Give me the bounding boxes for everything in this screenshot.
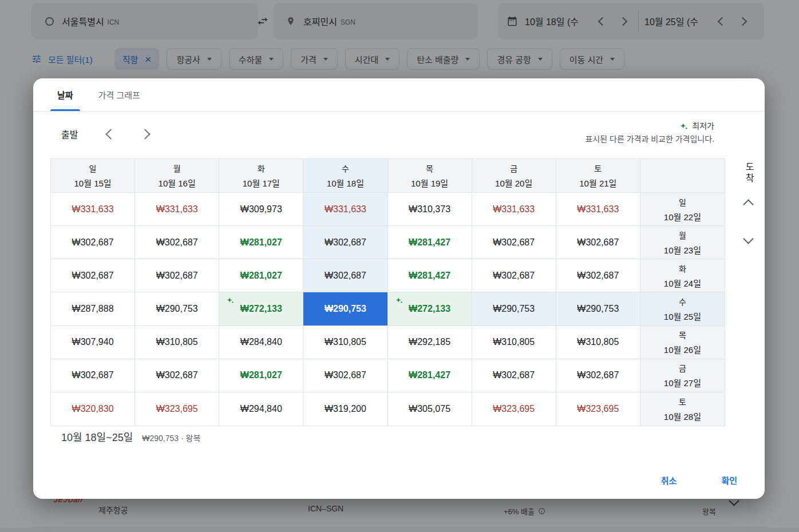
price-cell[interactable]: ₩331,633 (556, 193, 640, 226)
price-value: ₩323,695 (493, 404, 535, 414)
price-cell[interactable]: ₩307,940 (51, 326, 135, 359)
price-value: ₩290,753 (493, 304, 535, 314)
price-cell[interactable]: ₩331,633 (303, 193, 387, 226)
price-cell[interactable]: ₩294,840 (219, 392, 303, 426)
price-cell[interactable]: ₩281,027 (219, 359, 303, 392)
price-cell[interactable]: ₩290,753 (472, 292, 556, 325)
price-cell[interactable]: ₩287,888 (51, 292, 135, 325)
selected-price: ₩290,753 · 왕복 (142, 432, 200, 443)
row-header: 일10월 22일 (640, 193, 725, 226)
column-header: 월10월 16일 (135, 159, 219, 193)
price-cell[interactable]: ₩331,633 (135, 193, 219, 226)
confirm-button[interactable]: 확인 (706, 470, 752, 491)
price-value: ₩302,687 (493, 370, 535, 380)
column-header: 수10월 18일 (303, 159, 387, 193)
price-value: ₩331,633 (156, 204, 198, 215)
price-value: ₩302,687 (493, 237, 535, 248)
price-cell[interactable]: ₩302,687 (556, 259, 640, 292)
price-cell[interactable]: ₩302,687 (303, 359, 387, 392)
price-cell[interactable]: ₩323,695 (472, 392, 556, 426)
price-value: ₩302,687 (493, 271, 535, 281)
price-cell[interactable]: ₩331,633 (472, 193, 556, 226)
price-cell[interactable]: ₩310,805 (556, 326, 640, 359)
chevron-right-icon (140, 129, 150, 139)
price-value: ₩290,753 (156, 304, 198, 314)
price-cell[interactable]: ₩305,075 (388, 392, 472, 426)
price-value: ₩292,185 (409, 337, 450, 347)
column-header: 일10월 15일 (51, 159, 135, 193)
price-cell[interactable]: ₩281,427 (388, 259, 472, 292)
price-cell[interactable]: ₩302,687 (135, 359, 219, 392)
price-value: ₩281,027 (240, 370, 282, 380)
price-value: ₩302,687 (156, 271, 198, 281)
price-cell[interactable]: ₩331,633 (51, 193, 135, 226)
price-value: ₩302,687 (577, 237, 619, 248)
price-cell[interactable]: ₩302,687 (556, 359, 640, 392)
price-cell[interactable]: ₩302,687 (51, 226, 135, 259)
price-grid: 일10월 15일월10월 16일화10월 17일수10월 18일목10월 19일… (50, 158, 725, 426)
column-header: 화10월 17일 (219, 159, 303, 193)
price-value: ₩281,427 (409, 370, 450, 380)
next-week-button[interactable] (137, 126, 152, 141)
price-cell[interactable]: ₩272,133 (219, 292, 303, 325)
price-cell[interactable]: ₩302,687 (303, 259, 387, 292)
legend-title: 최저가 (692, 120, 714, 133)
scroll-up-button[interactable] (741, 197, 756, 212)
price-cell[interactable]: ₩319,200 (303, 392, 387, 426)
price-cell[interactable]: ₩292,185 (388, 326, 472, 359)
price-value: ₩331,633 (325, 204, 366, 215)
row-header: 목10월 26일 (640, 326, 725, 359)
price-cell[interactable]: ₩302,687 (303, 226, 387, 259)
price-value: ₩310,805 (156, 337, 198, 347)
price-value: ₩281,027 (240, 271, 282, 281)
price-value: ₩310,805 (493, 337, 535, 347)
lowest-price-legend: 최저가 표시된 다른 가격과 비교한 가격입니다. (585, 120, 714, 146)
price-value: ₩320,830 (72, 404, 114, 414)
price-value: ₩302,687 (325, 271, 366, 281)
cancel-button[interactable]: 취소 (646, 470, 692, 491)
price-cell[interactable]: ₩310,805 (472, 326, 556, 359)
price-cell[interactable]: ₩302,687 (556, 226, 640, 259)
price-cell[interactable]: ₩284,840 (219, 326, 303, 359)
price-cell[interactable]: ₩323,695 (556, 392, 640, 426)
price-cell[interactable]: ₩290,753 (135, 292, 219, 325)
prev-week-button[interactable] (103, 126, 118, 141)
price-value: ₩302,687 (325, 370, 366, 380)
price-cell[interactable]: ₩310,805 (303, 326, 387, 359)
column-header: 금10월 20일 (472, 159, 556, 193)
price-value: ₩281,427 (409, 271, 450, 281)
price-cell[interactable]: ₩302,687 (472, 359, 556, 392)
price-cell[interactable]: ₩290,753 (556, 292, 640, 325)
price-value: ₩309,973 (240, 204, 282, 215)
price-cell[interactable]: ₩310,805 (135, 326, 219, 359)
price-value: ₩310,805 (325, 337, 366, 347)
price-cell[interactable]: ₩272,133 (388, 292, 472, 325)
price-cell[interactable]: ₩281,427 (388, 226, 472, 259)
price-cell[interactable]: ₩310,373 (388, 193, 472, 226)
price-cell[interactable]: ₩302,687 (472, 226, 556, 259)
price-value: ₩302,687 (577, 370, 619, 380)
row-header: 화10월 24일 (640, 259, 725, 292)
price-cell[interactable]: ₩281,027 (219, 259, 303, 292)
column-header: 목10월 19일 (388, 159, 472, 193)
price-cell[interactable]: ₩281,027 (219, 226, 303, 259)
price-cell[interactable]: ₩320,830 (51, 392, 135, 426)
price-value: ₩272,133 (240, 304, 282, 314)
price-cell[interactable]: ₩323,695 (135, 392, 219, 426)
price-cell[interactable]: ₩302,687 (135, 259, 219, 292)
price-value: ₩302,687 (325, 237, 366, 248)
chevron-up-icon (743, 199, 753, 209)
tab-price-graph[interactable]: 가격 그래프 (86, 78, 153, 111)
chevron-down-icon (743, 233, 753, 244)
date-picker-dialog: 날짜 가격 그래프 출발 최저가 표시된 다른 가격과 비교한 가격입니다. 일… (33, 78, 765, 499)
price-cell[interactable]: ₩309,973 (219, 193, 303, 226)
scroll-down-button[interactable] (741, 231, 756, 246)
price-cell[interactable]: ₩302,687 (51, 259, 135, 292)
price-cell[interactable]: ₩302,687 (472, 259, 556, 292)
tab-dates[interactable]: 날짜 (45, 78, 86, 111)
lowest-price-sparkle-icon (227, 297, 234, 304)
price-cell[interactable]: ₩290,753 (303, 292, 387, 325)
price-cell[interactable]: ₩281,427 (388, 359, 472, 392)
price-cell[interactable]: ₩302,687 (135, 226, 219, 259)
price-cell[interactable]: ₩302,687 (51, 359, 135, 392)
